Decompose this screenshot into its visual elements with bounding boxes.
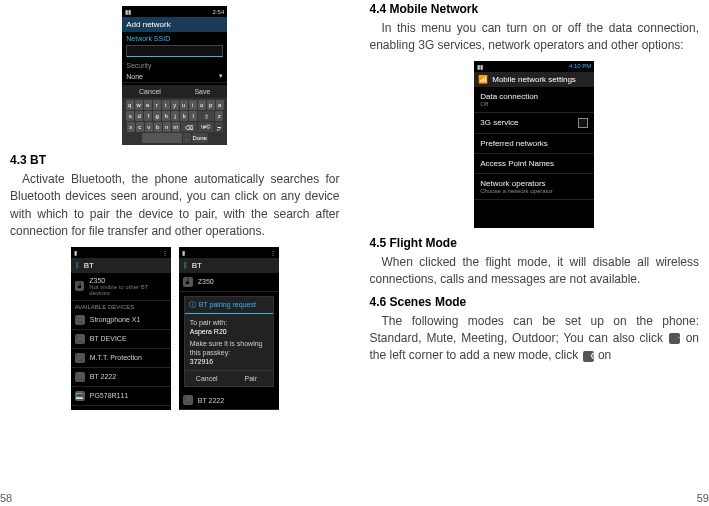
section-4-4-heading: 4.4 Mobile Network — [370, 2, 700, 16]
dialog-cancel-button[interactable]: Cancel — [185, 371, 229, 386]
key[interactable]: t — [162, 100, 170, 110]
mobilenet-titlebar: 📶 Mobile network settings — [474, 72, 594, 87]
key[interactable]: n — [163, 122, 171, 132]
key[interactable]: u — [180, 100, 188, 110]
phone-icon: 📞 — [75, 353, 85, 363]
pair-with-label: To pair with: — [190, 318, 268, 327]
own-device-row[interactable]: 📱 Z350 Not visible to other BT devices — [71, 273, 171, 301]
phone-add-network: ▮▮ 2:54 Add network Network SSID Securit… — [122, 6, 227, 145]
bt-device-row[interactable]: 💻PG578R111 — [71, 387, 171, 406]
own-device-row: 📱 Z350 — [179, 273, 279, 292]
key[interactable]: c — [136, 122, 144, 132]
phone-bt-pair: ▮⋮ ᛒ BT 📱 Z350 ⓘ BT pairing request To p… — [179, 247, 279, 410]
addnet-button-row: Cancel Save — [122, 85, 227, 98]
key[interactable]: y — [171, 100, 179, 110]
passkey-value: 372916 — [190, 357, 268, 366]
ssid-label: Network SSID — [122, 32, 227, 43]
key[interactable]: v — [145, 122, 153, 132]
cancel-button[interactable]: Cancel — [139, 88, 161, 95]
security-dropdown[interactable]: None ▾ — [122, 70, 227, 83]
bt-device-name: M.T.T. Protection — [90, 354, 142, 361]
network-operators-row[interactable]: Network operators Choose a network opera… — [474, 174, 594, 200]
own-device-sub: Not visible to other BT devices — [89, 284, 166, 296]
key[interactable]: d — [135, 111, 143, 121]
space-key[interactable] — [142, 133, 182, 143]
add-network-title: Add network — [126, 20, 170, 29]
key[interactable]: f — [144, 111, 152, 121]
security-label: Security — [122, 59, 227, 70]
key[interactable]: k — [180, 111, 188, 121]
setting-label: Data connection — [480, 92, 588, 101]
key[interactable]: i — [189, 100, 197, 110]
period-key[interactable]: . — [183, 133, 191, 143]
signal-icon: ▮▮ — [477, 63, 483, 70]
shift-key[interactable]: ⇧ — [198, 111, 214, 121]
lang-key[interactable]: ק — [215, 122, 223, 132]
ssid-input[interactable] — [126, 45, 223, 57]
bt-device-row[interactable]: 📞BT 2222 — [179, 391, 279, 410]
section-4-6-body-3: on — [595, 348, 612, 362]
bt-device-name: BT 2222 — [198, 397, 224, 404]
key[interactable]: b — [154, 122, 162, 132]
bt-titlebar: ᛒ BT — [179, 258, 279, 273]
security-value: None — [126, 73, 143, 80]
symbols-key[interactable]: !#© — [198, 122, 214, 132]
phone-icon: 📞 — [183, 395, 193, 405]
key[interactable]: o — [198, 100, 206, 110]
statusbar-time: 2:54 — [213, 9, 225, 15]
setting-label: Preferred networks — [480, 139, 588, 148]
data-connection-row[interactable]: Data connection Off — [474, 87, 594, 113]
phone-statusbar: ▮⋮ — [71, 247, 171, 258]
section-4-4-body: In this menu you can turn on or off the … — [370, 20, 700, 55]
done-key[interactable]: Done — [192, 133, 208, 143]
backspace-key[interactable]: ⌫ — [181, 122, 197, 132]
dialog-footer: Cancel Pair — [185, 370, 273, 386]
phone-icon: 📱 — [75, 281, 85, 291]
bluetooth-icon: ᛒ — [183, 261, 188, 270]
dialog-pair-button[interactable]: Pair — [229, 371, 273, 386]
checkbox-icon[interactable] — [578, 118, 588, 128]
bt-device-name: Strongphone X1 — [90, 316, 141, 323]
key[interactable]: l — [189, 111, 197, 121]
save-button[interactable]: Save — [194, 88, 210, 95]
page-right: 4.4 Mobile Network In this menu you can … — [355, 0, 710, 506]
key[interactable]: s — [126, 111, 134, 121]
pc-icon: 💻 — [75, 391, 85, 401]
key[interactable]: g — [153, 111, 161, 121]
bt-device-row[interactable]: 📞BT DEVICE — [71, 330, 171, 349]
key[interactable]: p — [207, 100, 215, 110]
pairing-dialog: ⓘ BT pairing request To pair with: Asper… — [184, 296, 274, 387]
phone-statusbar: ▮▮ 4:10 PM — [474, 61, 594, 72]
key[interactable]: m — [172, 122, 180, 132]
key[interactable]: e — [144, 100, 152, 110]
phone-icon: 📞 — [75, 315, 85, 325]
preferred-networks-row[interactable]: Preferred networks — [474, 134, 594, 154]
own-device-name: Z350 — [198, 278, 214, 285]
key[interactable]: r — [153, 100, 161, 110]
bt-device-row[interactable]: 📞BT 2222 — [71, 368, 171, 387]
section-4-6-body: The following modes can be set up on the… — [370, 313, 700, 365]
chevron-down-icon: ▾ — [219, 72, 223, 80]
available-devices-label: AVAILABLE DEVICES — [71, 301, 171, 311]
onscreen-keyboard[interactable]: q w e r t y u i o p a s d f g h j k l ⇧ — [122, 98, 227, 145]
info-icon: ⓘ — [189, 300, 196, 310]
bt-title: BT — [84, 261, 94, 270]
addnetwork-screenshot: ▮▮ 2:54 Add network Network SSID Securit… — [10, 6, 340, 145]
3g-service-row[interactable]: 3G service — [474, 113, 594, 134]
key[interactable]: h — [162, 111, 170, 121]
setting-label: Access Point Names — [480, 159, 588, 168]
key[interactable]: z — [215, 111, 223, 121]
key[interactable]: a — [216, 100, 224, 110]
bluetooth-icon: ᛒ — [75, 261, 80, 270]
key[interactable]: j — [171, 111, 179, 121]
bt-device-row[interactable]: 📞Strongphone X1 — [71, 311, 171, 330]
bt-device-row[interactable]: 📞M.T.T. Protection — [71, 349, 171, 368]
key[interactable]: x — [127, 122, 135, 132]
phone-icon: 📞 — [75, 334, 85, 344]
setting-sub: Choose a network operator — [480, 188, 588, 194]
phone-mobile-network: ▮▮ 4:10 PM 📶 Mobile network settings Dat… — [474, 61, 594, 228]
key[interactable]: w — [135, 100, 143, 110]
dialog-title: BT pairing request — [199, 301, 256, 308]
apn-row[interactable]: Access Point Names — [474, 154, 594, 174]
key[interactable]: q — [126, 100, 134, 110]
